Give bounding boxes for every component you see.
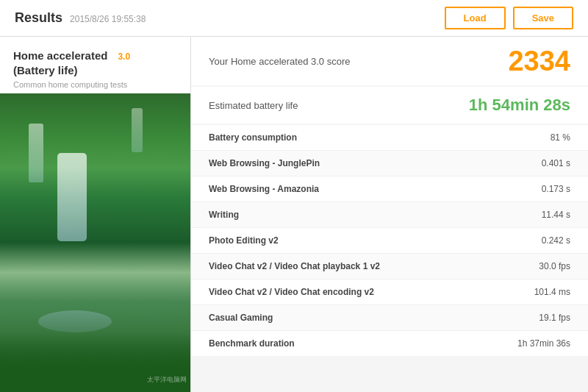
metric-name: Web Browsing - Amazonia xyxy=(209,184,319,194)
sidebar-subtitle: Common home computing tests xyxy=(13,80,177,89)
metrics-table: Battery consumption81 %Web Browsing - Ju… xyxy=(191,125,588,356)
battery-score-card: Estimated battery life 1h 54min 28s xyxy=(191,87,588,124)
save-button[interactable]: Save xyxy=(513,7,573,29)
main-score-label: Your Home accelerated 3.0 score xyxy=(209,56,350,67)
metric-row: Benchmark duration1h 37min 36s xyxy=(191,331,588,356)
main-score-card: Your Home accelerated 3.0 score 2334 xyxy=(191,37,588,85)
metric-row: Writing11.44 s xyxy=(191,202,588,228)
result-date: 2015/8/26 19:55:38 xyxy=(70,14,146,24)
battery-score-label: Estimated battery life xyxy=(209,100,298,111)
metric-name: Web Browsing - JunglePin xyxy=(209,158,320,168)
metric-name: Writing xyxy=(209,210,239,220)
sidebar-title: Home accelerated(Battery life) xyxy=(13,49,107,77)
metric-name: Video Chat v2 / Video Chat playback 1 v2 xyxy=(209,261,380,271)
watermark: 太平洋电脑网 xyxy=(147,375,187,385)
metric-value: 0.401 s xyxy=(542,158,570,168)
metric-value: 101.4 ms xyxy=(534,287,570,297)
metric-row: Web Browsing - Amazonia0.173 s xyxy=(191,177,588,202)
metric-value: 30.0 fps xyxy=(539,261,570,271)
metric-row: Video Chat v2 / Video Chat encoding v210… xyxy=(191,279,588,305)
main-score-value: 2334 xyxy=(508,47,570,75)
metric-value: 19.1 fps xyxy=(539,313,570,323)
metric-name: Video Chat v2 / Video Chat encoding v2 xyxy=(209,287,374,297)
sidebar-header: Home accelerated(Battery life) 3.0 Commo… xyxy=(0,37,190,93)
header: Results 2015/8/26 19:55:38 Load Save xyxy=(0,0,588,37)
metric-row: Battery consumption81 % xyxy=(191,125,588,151)
sidebar-image: 太平洋电脑网 xyxy=(0,93,190,392)
metric-value: 11.44 s xyxy=(542,210,570,220)
metric-value: 0.242 s xyxy=(542,235,570,246)
sidebar: Home accelerated(Battery life) 3.0 Commo… xyxy=(0,37,191,392)
page-title: Results xyxy=(15,10,62,26)
metric-name: Photo Editing v2 xyxy=(209,235,279,246)
metric-value: 0.173 s xyxy=(542,184,570,194)
metric-value: 81 % xyxy=(551,132,570,143)
metric-row: Web Browsing - JunglePin0.401 s xyxy=(191,151,588,177)
sidebar-version: 3.0 xyxy=(118,51,130,62)
header-left: Results 2015/8/26 19:55:38 xyxy=(15,10,146,26)
metric-name: Benchmark duration xyxy=(209,338,295,349)
main-layout: Home accelerated(Battery life) 3.0 Commo… xyxy=(0,37,588,392)
load-button[interactable]: Load xyxy=(445,7,506,29)
content-area: Your Home accelerated 3.0 score 2334 Est… xyxy=(191,37,588,392)
header-buttons: Load Save xyxy=(445,7,573,29)
metric-row: Video Chat v2 / Video Chat playback 1 v2… xyxy=(191,254,588,279)
metric-row: Casual Gaming19.1 fps xyxy=(191,305,588,331)
battery-score-value: 1h 54min 28s xyxy=(469,97,570,113)
metric-value: 1h 37min 36s xyxy=(517,338,570,349)
metric-name: Casual Gaming xyxy=(209,313,273,323)
metric-name: Battery consumption xyxy=(209,132,297,143)
metric-row: Photo Editing v20.242 s xyxy=(191,228,588,254)
